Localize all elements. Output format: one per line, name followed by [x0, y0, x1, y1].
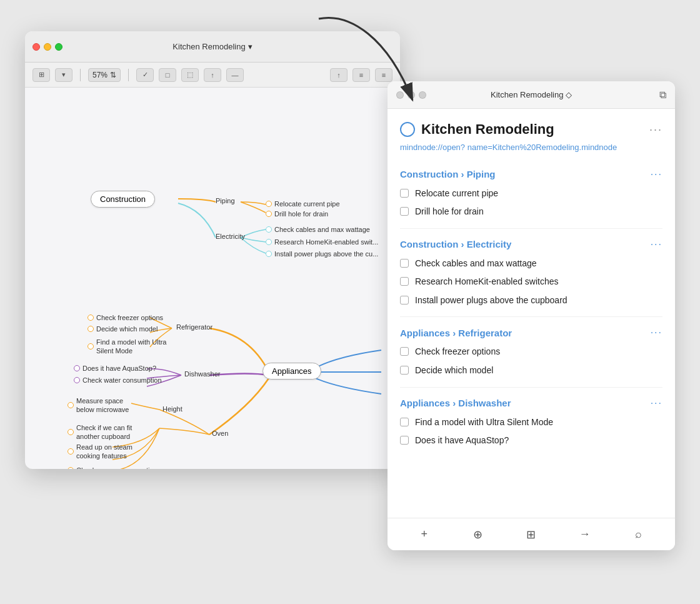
piping-label: Piping	[216, 197, 235, 204]
oven-label: Oven	[212, 430, 228, 437]
checkbox-relocate[interactable]	[400, 189, 409, 198]
construction-label: Construction	[100, 194, 146, 204]
panel-main-title: Kitchen Remodeling	[421, 121, 643, 138]
check-button[interactable]: ✓	[136, 68, 154, 82]
window-title: Kitchen Remodeling ▾	[172, 42, 252, 51]
panel: Kitchen Remodeling ◇ ⧉ Kitchen Remodelin…	[388, 81, 675, 550]
drill-hole-panel-text: Drill hole for drain	[415, 206, 484, 218]
drill-hole-text: Drill hole for drain	[274, 210, 328, 218]
section-dots-electricity[interactable]: ···	[651, 239, 662, 250]
find-model-text: Find a model with Ultra Silent Mode	[96, 338, 171, 356]
add-button[interactable]: +	[413, 523, 436, 546]
forward-button[interactable]: →	[574, 523, 596, 546]
checkbox-freezer[interactable]	[400, 347, 409, 356]
list-button[interactable]: ≡	[375, 68, 392, 82]
section-dots-refrigerator[interactable]: ···	[651, 327, 662, 338]
photo-button[interactable]: ⬚	[181, 68, 199, 82]
water-consumption-circle	[74, 377, 80, 383]
water-consumption-text: Check water consumption	[82, 376, 162, 384]
measure-space-node: Measure space below microwave	[68, 396, 139, 415]
window-title-caret: ▾	[248, 42, 252, 51]
power-consumption-text: Check power consumption	[76, 466, 158, 469]
section-title-dishwasher: Appliances › Dishwasher	[400, 398, 511, 408]
bottom-spacing	[400, 453, 662, 463]
section-title-refrigerator: Appliances › Refrigerator	[400, 328, 512, 338]
checkbox-plugs[interactable]	[400, 296, 409, 305]
relocate-pipe-panel-text: Relocate current pipe	[415, 188, 498, 200]
checkbox-drill[interactable]	[400, 207, 409, 216]
construction-node[interactable]: Construction	[91, 191, 155, 208]
share-button[interactable]: ↑	[330, 68, 348, 82]
decide-model-node: Decide which model	[88, 325, 158, 333]
section-title-piping: Construction › Piping	[400, 169, 495, 179]
section-dots-piping[interactable]: ···	[651, 169, 662, 180]
search-button[interactable]: ⌕	[627, 523, 649, 546]
appliances-label: Appliances	[272, 366, 312, 376]
panel-maximize[interactable]	[419, 91, 426, 99]
homekit-panel-text: Research HomeKit-enabled switches	[415, 276, 559, 288]
section-dots-dishwasher[interactable]: ···	[651, 398, 662, 409]
aquastop-node: Does it have AquaStop?	[74, 365, 156, 372]
plugs-panel-text: Install power plugs above the cupboard	[415, 294, 568, 307]
sidebar-toggle-button[interactable]: ⊞	[32, 68, 50, 82]
grid-button[interactable]: ⊞	[520, 523, 542, 546]
filter-button[interactable]: ≡	[352, 68, 370, 82]
panel-minimize[interactable]	[408, 91, 415, 99]
panel-header-dots[interactable]: ···	[649, 123, 662, 136]
section-header-piping: Construction › Piping ···	[400, 169, 662, 180]
zoom-control[interactable]: 57% ⇅	[88, 68, 121, 82]
panel-content: Kitchen Remodeling ··· mindnode://open? …	[388, 109, 675, 518]
checkbox-homekit[interactable]	[400, 277, 409, 286]
mindmap-canvas: Construction Appliances Piping Electrici…	[25, 88, 400, 469]
fit-cupboard-node: Check if we can fit another cupboard	[68, 423, 145, 441]
decide-panel-text: Decide which model	[415, 365, 493, 377]
aquastop-text: Does it have AquaStop?	[82, 365, 156, 372]
panel-title: Kitchen Remodeling ◇	[491, 90, 572, 99]
panel-copy-button[interactable]: ⧉	[659, 89, 666, 101]
dishwasher-label: Dishwasher	[184, 370, 220, 378]
chevron-down-button[interactable]: ▾	[55, 68, 72, 82]
silent-panel-text: Find a model with Ultra Silent Mode	[415, 416, 553, 429]
check-freezer-text: Check freezer options	[96, 314, 163, 321]
maximize-button[interactable]	[55, 43, 62, 51]
checklist-item-relocate: Relocate current pipe	[400, 188, 662, 200]
section-title-electricity: Construction › Electricity	[400, 239, 511, 249]
checklist-item-cables: Check cables and max wattage	[400, 258, 662, 270]
fit-cupboard-circle	[68, 429, 74, 435]
close-button[interactable]	[32, 43, 40, 51]
section-header-dishwasher: Appliances › Dishwasher ···	[400, 398, 662, 409]
mindmap-window: Kitchen Remodeling ▾ ⊞ ▾ 57% ⇅ ✓ □ ⬚ ↑ —…	[25, 31, 400, 469]
checkbox-aquastop[interactable]	[400, 436, 409, 445]
checkbox-silent[interactable]	[400, 418, 409, 426]
install-plugs-text: Install power plugs above the cu...	[274, 250, 378, 258]
aquastop-panel-text: Does it have AquaStop?	[415, 435, 509, 447]
image-button[interactable]: □	[159, 68, 176, 82]
measure-space-text: Measure space below microwave	[76, 396, 139, 415]
panel-mindnode-link[interactable]: mindnode://open? name=Kitchen%20Remodeli…	[400, 141, 662, 154]
relocate-pipe-circle	[266, 201, 272, 207]
traffic-lights	[32, 43, 62, 51]
find-model-circle	[88, 343, 94, 350]
link-button[interactable]: ↑	[204, 68, 221, 82]
relocate-pipe-node: Relocate current pipe	[266, 200, 340, 208]
checkbox-cables[interactable]	[400, 259, 409, 268]
add-circle-button[interactable]: ⊕	[466, 523, 489, 546]
minimize-button[interactable]	[44, 43, 51, 51]
checklist-item-aquastop: Does it have AquaStop?	[400, 435, 662, 447]
water-consumption-node: Check water consumption	[74, 376, 162, 384]
aquastop-circle	[74, 365, 80, 371]
appliances-node[interactable]: Appliances	[262, 363, 321, 380]
header-circle-icon	[400, 122, 415, 137]
toolbar-separator-1	[80, 69, 81, 81]
more-button[interactable]: —	[226, 68, 244, 82]
install-plugs-node: Install power plugs above the cu...	[266, 250, 378, 258]
power-consumption-node: Check power consumption	[68, 466, 158, 469]
panel-close[interactable]	[396, 91, 404, 99]
cables-panel-text: Check cables and max wattage	[415, 258, 537, 270]
checkbox-decide[interactable]	[400, 366, 409, 375]
divider-3	[400, 387, 662, 388]
steam-cooking-circle	[68, 448, 74, 455]
checklist-item-decide: Decide which model	[400, 365, 662, 377]
research-homekit-circle	[266, 239, 272, 245]
relocate-pipe-text: Relocate current pipe	[274, 200, 340, 208]
